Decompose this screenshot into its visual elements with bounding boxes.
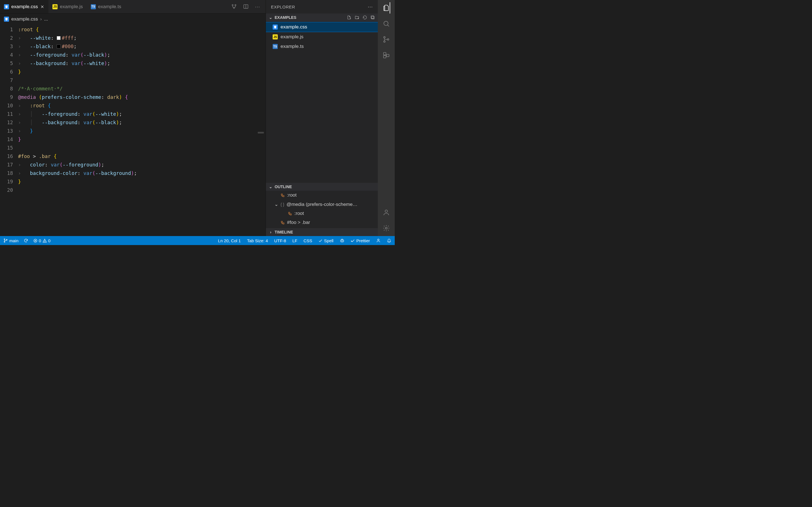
feedback-icon[interactable] — [376, 238, 380, 243]
timeline-section-header[interactable]: › TIMELINE — [266, 228, 378, 236]
svg-point-36 — [4, 241, 5, 242]
svg-point-27 — [384, 37, 385, 38]
tab-label: example.js — [60, 4, 83, 10]
css-icon — [4, 17, 9, 22]
outline-label: :root — [294, 211, 304, 216]
outline-label: @media (prefers-color-scheme… — [287, 202, 357, 207]
chevron-icon: ⌄ — [274, 202, 278, 207]
css-icon — [4, 4, 9, 9]
svg-rect-11 — [371, 16, 374, 19]
svg-rect-43 — [340, 239, 343, 242]
collapse-all-icon[interactable] — [370, 15, 375, 20]
svg-point-4 — [234, 7, 235, 8]
line-gutter: 1234567891011121314151617181920 — [0, 25, 18, 236]
outline-item[interactable]: ⌄{ }@media (prefers-color-scheme… — [266, 200, 378, 209]
prettier-label: Prettier — [356, 238, 370, 243]
braces-icon: { } — [281, 202, 284, 207]
explorer-activity-icon[interactable] — [382, 4, 390, 12]
js-icon: JS — [273, 34, 278, 40]
svg-point-28 — [384, 41, 385, 42]
svg-rect-12 — [371, 16, 373, 18]
minimap-scrubber[interactable] — [258, 132, 264, 133]
js-icon: JS — [52, 4, 57, 9]
svg-point-45 — [342, 240, 343, 241]
explorer-file-item[interactable]: example.css — [266, 22, 378, 32]
settings-gear-icon[interactable] — [382, 224, 390, 232]
svg-point-34 — [386, 227, 388, 229]
css-icon — [273, 24, 278, 30]
svg-point-44 — [341, 240, 342, 241]
notifications-icon[interactable] — [387, 238, 391, 243]
more-icon[interactable]: ⋯ — [368, 4, 373, 10]
svg-point-33 — [385, 210, 388, 212]
tab-bar: example.cssJSexample.jsTSexample.ts ⋯ — [0, 0, 266, 13]
svg-point-3 — [235, 4, 236, 5]
svg-point-2 — [232, 4, 233, 5]
language-status[interactable]: CSS — [303, 238, 312, 243]
chevron-right-icon: › — [40, 16, 42, 22]
outline-label: #foo > .bar — [287, 220, 310, 225]
svg-rect-13 — [282, 194, 283, 195]
outline-item[interactable]: :root — [266, 191, 378, 200]
outline-section-header[interactable]: ⌄ OUTLINE — [266, 183, 378, 191]
ts-icon: TS — [91, 4, 96, 9]
prettier-status[interactable]: Prettier — [351, 238, 370, 243]
svg-rect-30 — [384, 52, 386, 55]
source-control-activity-icon[interactable] — [382, 36, 390, 43]
svg-rect-31 — [384, 55, 386, 58]
explorer-file-item[interactable]: JSexample.js — [266, 32, 378, 42]
explorer-title: EXPLORER — [271, 4, 295, 9]
refresh-icon[interactable] — [363, 15, 367, 20]
outline-label: :root — [287, 192, 297, 198]
svg-point-42 — [45, 241, 45, 242]
editor-tab[interactable]: JSexample.js — [49, 0, 87, 13]
source-control-icon[interactable] — [231, 4, 237, 10]
status-bar: main 0 0 Ln 20, Col 1 Tab Size: 4 UTF-8 … — [0, 236, 395, 245]
selector-icon — [281, 193, 285, 198]
account-icon[interactable] — [382, 209, 390, 216]
encoding-status[interactable]: UTF-8 — [274, 238, 286, 243]
warnings-count: 0 — [48, 238, 50, 243]
svg-rect-14 — [283, 195, 284, 196]
svg-rect-18 — [290, 214, 291, 215]
spell-label: Spell — [324, 238, 333, 243]
tab-size-status[interactable]: Tab Size: 4 — [247, 238, 268, 243]
breadcrumb-rest: ... — [44, 16, 48, 22]
outline-item[interactable]: #foo > .bar — [266, 218, 378, 227]
search-activity-icon[interactable] — [382, 20, 390, 27]
chevron-down-icon: ⌄ — [269, 15, 273, 20]
split-editor-icon[interactable] — [243, 4, 249, 10]
branch-label: main — [9, 238, 18, 243]
code-editor[interactable]: 1234567891011121314151617181920 :root {›… — [0, 25, 266, 236]
svg-rect-17 — [289, 212, 290, 213]
copilot-status[interactable] — [340, 238, 345, 243]
more-icon[interactable]: ⋯ — [255, 4, 260, 10]
file-label: example.ts — [281, 44, 304, 49]
eol-status[interactable]: LF — [292, 238, 297, 243]
file-label: example.css — [281, 24, 307, 30]
outline-item[interactable]: :root — [266, 209, 378, 218]
explorer-section-header[interactable]: ⌄ EXAMPLES — [266, 13, 378, 21]
tab-label: example.css — [11, 4, 38, 10]
editor-area: example.cssJSexample.jsTSexample.ts ⋯ ex… — [0, 0, 266, 236]
editor-tab[interactable]: example.css — [0, 0, 49, 13]
new-file-icon[interactable] — [347, 15, 351, 20]
activity-bar — [378, 0, 395, 236]
explorer-file-item[interactable]: TSexample.ts — [266, 42, 378, 51]
spell-status[interactable]: Spell — [318, 238, 333, 243]
extensions-activity-icon[interactable] — [382, 51, 390, 59]
new-folder-icon[interactable] — [355, 15, 359, 20]
cursor-position-status[interactable]: Ln 20, Col 1 — [218, 238, 241, 243]
breadcrumb[interactable]: example.css › ... — [0, 13, 266, 25]
problems-status[interactable]: 0 0 — [33, 238, 51, 243]
chevron-right-icon: › — [269, 230, 273, 234]
git-branch-status[interactable]: main — [3, 238, 18, 243]
svg-rect-21 — [282, 221, 283, 222]
svg-rect-32 — [387, 54, 389, 57]
outline-title: OUTLINE — [274, 184, 292, 189]
editor-tab[interactable]: TSexample.ts — [87, 0, 125, 13]
sync-status[interactable] — [24, 238, 28, 243]
close-icon[interactable] — [40, 4, 45, 9]
explorer-sidebar: EXPLORER ⋯ ⌄ EXAMPLES example.cssJSexamp… — [266, 0, 378, 236]
code-content[interactable]: :root {› --white: #fff;› --black: #000;›… — [18, 25, 266, 236]
